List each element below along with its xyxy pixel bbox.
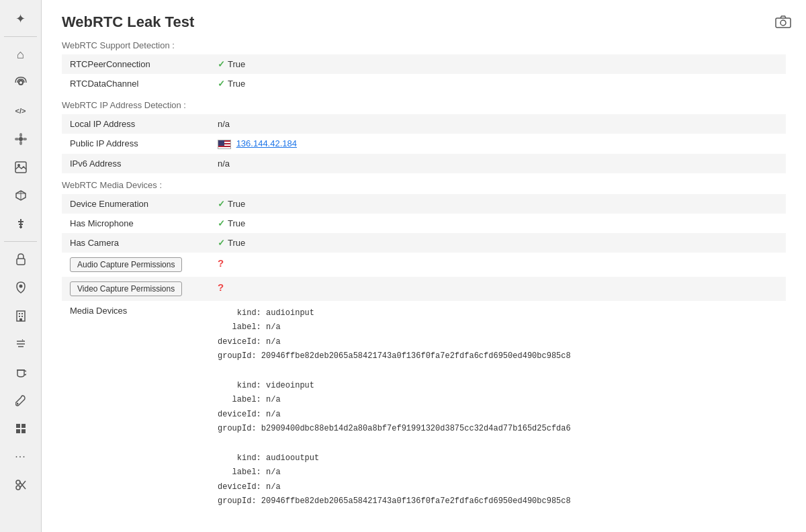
audio-capture-button[interactable]: Audio Capture Permissions [70,257,182,272]
svg-point-3 [19,141,22,145]
rtcdata-value: ✓True [210,74,786,93]
local-ip-value: n/a [210,114,786,134]
sidebar: ✦ ⌂ </> ··· [0,0,42,532]
rtcpeer-label: RTCPeerConnection [62,54,210,74]
ip-address-link[interactable]: 136.144.42.184 [236,138,297,148]
ipv6-label: IPv6 Address [62,154,210,173]
image-icon[interactable] [9,155,33,179]
video-capture-value: ? [210,277,786,301]
media-devices-row: Media Devices kind: audioinput label: n/… [62,301,786,515]
svg-rect-28 [16,424,20,428]
check-icon: ✓ [218,79,225,89]
svg-rect-22 [19,318,22,321]
camera-label: Has Camera [62,233,210,253]
sidebar-divider-2 [4,241,37,242]
main-content: WebRTC Leak Test WebRTC Support Detectio… [42,0,806,532]
check-icon: ✓ [218,238,225,248]
check-icon: ✓ [218,59,225,69]
table-row: RTCDataChannel ✓True [62,74,786,93]
svg-rect-41 [218,147,231,148]
media-devices-table: Device Enumeration ✓True Has Microphone … [62,194,786,515]
svg-rect-29 [21,424,26,428]
microphone-label: Has Microphone [62,214,210,233]
flower-icon[interactable] [9,127,33,151]
support-detection-header: WebRTC Support Detection : [62,40,786,50]
signal-icon[interactable] [9,71,33,95]
lock-icon[interactable] [9,247,33,271]
cube-icon[interactable] [9,183,33,208]
device-enum-value: ✓True [210,194,786,214]
tools-icon[interactable] [9,212,33,236]
table-row: IPv6 Address n/a [62,154,786,173]
camera-icon[interactable] [775,15,791,32]
ipv6-value: n/a [210,154,786,173]
svg-point-0 [19,81,23,85]
media-devices-header: WebRTC Media Devices : [62,180,786,190]
video-capture-button[interactable]: Video Capture Permissions [70,281,182,296]
svg-rect-42 [218,140,224,146]
media-devices-text: kind: audioinput label: n/a deviceId: n/… [218,306,778,509]
wrench-icon[interactable] [9,388,33,412]
scissors-icon[interactable] [9,473,33,497]
device-enum-label: Device Enumeration [62,194,210,214]
us-flag-icon [218,140,231,149]
cup-icon[interactable] [9,360,33,384]
table-row: Video Capture Permissions ? [62,277,786,301]
svg-point-2 [19,133,22,137]
public-ip-label: Public IP Address [62,134,210,154]
camera-value: ✓True [210,233,786,253]
local-ip-label: Local IP Address [62,114,210,134]
table-row: RTCPeerConnection ✓True [62,54,786,74]
microphone-value: ✓True [210,214,786,233]
svg-rect-15 [17,259,25,265]
question-mark-icon: ? [218,257,224,269]
media-devices-content: kind: audioinput label: n/a deviceId: n/… [210,301,786,515]
audio-capture-value: ? [210,253,786,277]
svg-rect-36 [776,18,791,28]
svg-point-4 [15,138,19,140]
table-row: Public IP Address 136.144.42.184 [62,134,786,154]
svg-point-16 [19,285,22,288]
media-devices-label: Media Devices [62,301,210,515]
check-icon: ✓ [218,218,225,228]
ip-detection-header: WebRTC IP Address Detection : [62,100,786,110]
smoke-icon[interactable] [9,332,33,356]
audio-capture-cell: Audio Capture Permissions [62,253,210,277]
rtcdata-label: RTCDataChannel [62,74,210,93]
pin-icon[interactable]: ✦ [9,7,33,31]
code-icon[interactable]: </> [9,99,33,123]
table-row: Has Microphone ✓True [62,214,786,233]
svg-rect-21 [21,316,23,317]
location-icon[interactable] [9,275,33,300]
rtcpeer-value: ✓True [210,54,786,74]
table-row: Audio Capture Permissions ? [62,253,786,277]
table-row: Has Camera ✓True [62,233,786,253]
video-capture-cell: Video Capture Permissions [62,277,210,301]
svg-rect-18 [19,313,20,314]
svg-point-1 [19,137,23,141]
building-icon[interactable] [9,304,33,328]
svg-rect-20 [19,316,20,317]
home-icon[interactable]: ⌂ [9,42,33,66]
svg-point-37 [780,20,786,26]
table-row: Device Enumeration ✓True [62,194,786,214]
svg-rect-30 [16,429,20,433]
sidebar-divider [4,36,37,37]
public-ip-value: 136.144.42.184 [210,134,786,154]
svg-rect-31 [21,429,26,433]
question-mark-icon-2: ? [218,281,224,293]
check-icon: ✓ [218,199,225,209]
windows-icon[interactable] [9,416,33,441]
table-row: Local IP Address n/a [62,114,786,134]
page-title: WebRTC Leak Test [62,13,786,31]
support-detection-table: RTCPeerConnection ✓True RTCDataChannel ✓… [62,54,786,93]
ip-detection-table: Local IP Address n/a Public IP Address 1… [62,114,786,173]
svg-point-27 [16,403,18,405]
svg-point-5 [23,138,27,140]
svg-rect-19 [21,313,23,314]
more-icon[interactable]: ··· [9,445,33,469]
